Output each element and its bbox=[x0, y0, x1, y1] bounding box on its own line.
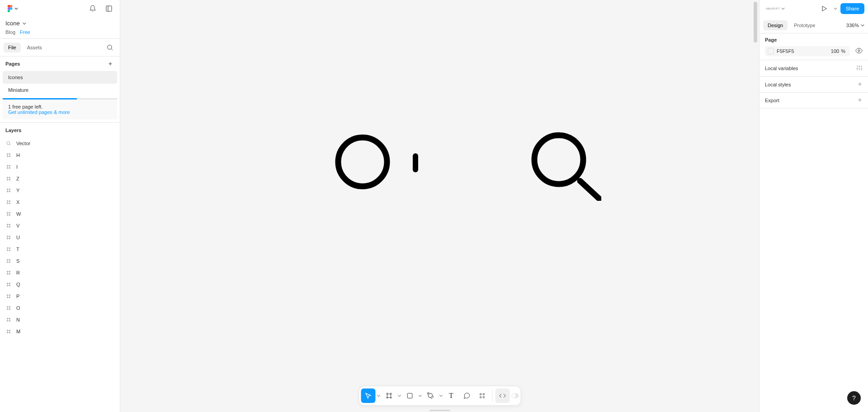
tab-prototype[interactable]: Prototype bbox=[789, 20, 820, 30]
layer-item[interactable]: O bbox=[0, 302, 120, 314]
chevron-down-icon bbox=[439, 394, 443, 398]
frame-tool-caret[interactable] bbox=[397, 388, 401, 403]
chevron-down-icon bbox=[834, 7, 837, 10]
frame-tool-button[interactable] bbox=[382, 388, 396, 403]
shape-tool-caret[interactable] bbox=[418, 388, 422, 403]
layer-item[interactable]: Q bbox=[0, 279, 120, 290]
left-toolbar bbox=[0, 0, 120, 17]
frame-layer-icon bbox=[5, 281, 12, 288]
layer-item[interactable]: U bbox=[0, 232, 120, 243]
layer-name: S bbox=[16, 258, 19, 264]
layer-item[interactable]: T bbox=[0, 243, 120, 255]
svg-point-83 bbox=[480, 397, 481, 398]
canvas-vertical-scrollbar[interactable] bbox=[754, 2, 757, 43]
layer-item[interactable]: V bbox=[0, 220, 120, 232]
notifications-button[interactable] bbox=[86, 2, 99, 15]
frame-layer-icon bbox=[5, 164, 12, 170]
multiplayer-users[interactable]: ABUSOFT bbox=[763, 6, 788, 11]
toolbar-handle[interactable] bbox=[429, 410, 450, 411]
zoom-dropdown[interactable]: 336% bbox=[846, 23, 864, 28]
local-styles-label: Local styles bbox=[765, 82, 791, 87]
layer-item[interactable]: X bbox=[0, 196, 120, 208]
canvas-area[interactable]: T bbox=[120, 0, 759, 412]
layer-name: V bbox=[16, 223, 19, 228]
chevron-down-icon bbox=[377, 394, 380, 398]
layer-item[interactable]: M bbox=[0, 326, 120, 337]
layers-label: Layers bbox=[5, 128, 21, 133]
layer-item[interactable]: Vector bbox=[0, 137, 120, 149]
shape-tool-button[interactable] bbox=[402, 388, 417, 403]
share-button[interactable]: Share bbox=[840, 3, 864, 14]
text-tool-button[interactable]: T bbox=[444, 388, 458, 403]
toggle-visibility-button[interactable] bbox=[855, 47, 863, 55]
file-assets-tabs: File Assets bbox=[0, 38, 120, 57]
export-row[interactable]: Export bbox=[760, 93, 868, 109]
canvas-shape-bar[interactable] bbox=[413, 153, 418, 172]
plan-badge[interactable]: Free bbox=[20, 29, 30, 35]
main-menu-button[interactable] bbox=[5, 3, 20, 14]
file-title-row[interactable]: Icone bbox=[0, 17, 120, 29]
tab-design[interactable]: Design bbox=[763, 20, 788, 30]
layer-item[interactable]: P bbox=[0, 290, 120, 302]
plus-icon bbox=[857, 97, 863, 104]
present-caret[interactable] bbox=[833, 1, 838, 16]
layer-name: Y bbox=[16, 188, 19, 193]
layer-item[interactable]: Z bbox=[0, 173, 120, 185]
page-panel: Page F5F5F5 100 % bbox=[760, 33, 868, 60]
pen-tool-caret[interactable] bbox=[439, 388, 443, 403]
canvas-shape-circle[interactable] bbox=[335, 134, 390, 189]
page-item[interactable]: Miniature bbox=[3, 84, 117, 96]
design-prototype-tabs: Design Prototype 336% bbox=[760, 17, 868, 33]
chevron-down-icon bbox=[418, 394, 422, 398]
canvas[interactable] bbox=[120, 0, 759, 412]
frame-layer-icon bbox=[5, 305, 12, 311]
frame-layer-icon bbox=[5, 328, 12, 335]
layer-item[interactable]: W bbox=[0, 208, 120, 220]
layer-item[interactable]: R bbox=[0, 267, 120, 279]
help-button[interactable]: ? bbox=[847, 391, 861, 405]
dev-mode-button[interactable] bbox=[495, 388, 509, 403]
frame-layer-icon bbox=[5, 293, 12, 299]
layer-item[interactable]: I bbox=[0, 161, 120, 173]
chevron-down-icon bbox=[781, 7, 785, 10]
tab-file[interactable]: File bbox=[4, 43, 21, 52]
move-tool-caret[interactable] bbox=[376, 388, 381, 403]
actions-tool-button[interactable] bbox=[475, 388, 489, 403]
comment-tool-button[interactable] bbox=[459, 388, 474, 403]
dev-mode-toggle[interactable] bbox=[511, 393, 519, 398]
local-styles-row[interactable]: Local styles bbox=[760, 77, 868, 93]
canvas-shape-magnifier[interactable] bbox=[531, 132, 601, 201]
chevron-down-icon bbox=[861, 24, 864, 27]
tab-assets[interactable]: Assets bbox=[23, 43, 47, 52]
color-hex: F5F5F5 bbox=[777, 48, 794, 54]
toggle-sidebar-button[interactable] bbox=[103, 2, 115, 15]
quota-upgrade-link[interactable]: Get unlimited pages & more bbox=[8, 109, 112, 115]
svg-point-72 bbox=[338, 137, 387, 186]
svg-marker-85 bbox=[822, 6, 826, 11]
present-button[interactable] bbox=[818, 2, 830, 15]
search-layers-button[interactable] bbox=[104, 41, 116, 54]
pages-label: Pages bbox=[5, 61, 20, 66]
frame-icon bbox=[385, 392, 392, 399]
opacity-value: 100 bbox=[831, 48, 839, 54]
quota-text: 1 free page left. bbox=[8, 104, 112, 109]
local-variables-row[interactable]: Local variables bbox=[760, 60, 868, 77]
color-swatch[interactable] bbox=[768, 48, 774, 54]
page-item[interactable]: Icones bbox=[3, 71, 117, 84]
project-name[interactable]: Blog bbox=[5, 29, 15, 35]
pages-header: Pages bbox=[0, 57, 120, 71]
frame-layer-icon bbox=[5, 270, 12, 276]
layer-item[interactable]: Y bbox=[0, 185, 120, 196]
pen-tool-button[interactable] bbox=[423, 388, 438, 403]
layer-name: H bbox=[16, 152, 20, 158]
move-tool-button[interactable] bbox=[361, 388, 375, 403]
svg-point-74 bbox=[534, 135, 583, 184]
layer-item[interactable]: N bbox=[0, 314, 120, 326]
layer-item[interactable]: H bbox=[0, 149, 120, 161]
text-icon: T bbox=[449, 392, 453, 400]
layer-item[interactable]: S bbox=[0, 255, 120, 267]
page-panel-title: Page bbox=[765, 37, 863, 43]
layers-list[interactable]: VectorHIZYXWVUTSRQPONM bbox=[0, 137, 120, 412]
add-page-button[interactable] bbox=[106, 60, 114, 68]
page-background-color-row[interactable]: F5F5F5 100 % bbox=[765, 46, 850, 56]
